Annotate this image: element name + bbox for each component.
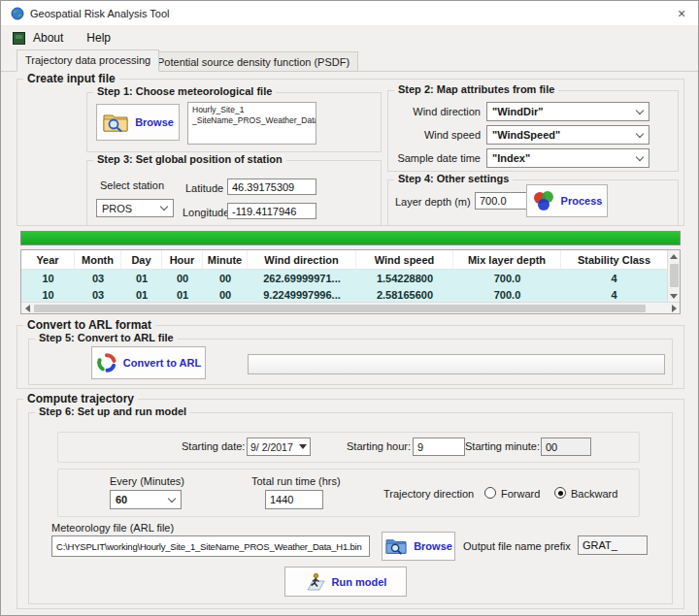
col-mix-layer-depth[interactable]: Mix layer depth [453, 250, 561, 269]
met-file-display: Hourly_Site_1 _SiteName_PROS_Weather_Dat… [187, 102, 316, 145]
wind-direction-value: "WindDir" [492, 106, 637, 117]
scroll-left-button[interactable] [21, 303, 33, 313]
latitude-label: Latitude [185, 182, 223, 194]
menu-help[interactable]: Help [79, 27, 118, 49]
arrow-down-icon [670, 294, 678, 299]
col-month[interactable]: Month [75, 250, 121, 269]
convert-to-arl-label: Convert to ARL [123, 357, 201, 369]
col-day[interactable]: Day [121, 250, 162, 269]
cell: 1.54228800 [356, 270, 453, 286]
close-icon: × [678, 6, 685, 21]
cell: 01 [121, 286, 162, 303]
starting-minute-field[interactable] [541, 438, 591, 456]
tab-trajectory-data-processing[interactable]: Trajectory data processing [17, 49, 159, 72]
wind-speed-select[interactable]: "WindSpeed" [486, 125, 649, 145]
chevron-down-icon [636, 152, 644, 160]
total-run-time-field[interactable] [265, 490, 323, 509]
title-bar: Geospatial Risk Analysis Tool × [1, 1, 698, 26]
process-button[interactable]: Process [526, 184, 608, 217]
browse-met-file-button[interactable]: Browse [96, 104, 180, 141]
cell: 00 [203, 286, 248, 303]
col-hour[interactable]: Hour [162, 250, 203, 269]
cell: 9.2249997996... [248, 286, 356, 303]
starting-date-picker[interactable]: 9/ 2/2017 [247, 438, 311, 456]
layer-depth-field[interactable] [475, 192, 529, 210]
layer-depth-label: Layer depth (m) [395, 196, 471, 208]
cell: 01 [121, 270, 162, 286]
run-model-label: Run model [332, 576, 387, 588]
forward-radio[interactable] [484, 487, 496, 499]
horizontal-scrollbar[interactable] [21, 302, 680, 313]
longitude-label: Longitude [183, 207, 229, 218]
sample-date-time-label: Sample date time [387, 152, 481, 164]
arrow-right-icon [672, 305, 677, 312]
every-minutes-select[interactable]: 60 [110, 490, 182, 509]
col-year[interactable]: Year [21, 250, 75, 269]
vertical-scrollbar[interactable] [667, 250, 680, 302]
met-file-line2: _SiteName_PROS_Weather_Data.csv [192, 115, 312, 126]
run-model-button[interactable]: Run model [284, 567, 407, 597]
step1-title: Step 1: Choose meteorological file [93, 85, 276, 97]
output-prefix-field[interactable] [578, 535, 648, 555]
cell: 700.0 [453, 270, 561, 286]
window-title: Geospatial Risk Analysis Tool [30, 8, 169, 19]
convert-to-arl-button[interactable]: Convert to ARL [91, 346, 206, 379]
horizontal-scroll-thumb[interactable] [34, 305, 646, 312]
dropdown-arrow-icon [299, 444, 307, 449]
browse-arl-file-button[interactable]: Browse [382, 532, 455, 561]
backward-radio[interactable] [554, 487, 566, 499]
total-run-time-label: Total run time (hrs) [251, 475, 341, 487]
browse-arl-file-label: Browse [414, 540, 452, 552]
starting-hour-label: Starting hour: [347, 440, 411, 452]
wind-direction-select[interactable]: "WindDir" [486, 102, 649, 121]
cell: 2.58165600 [356, 286, 453, 303]
every-minutes-value: 60 [116, 494, 169, 505]
chevron-down-icon [636, 129, 644, 137]
tab-psdf[interactable]: Potential source density function (PSDF) [149, 51, 358, 72]
table-row[interactable]: 10 03 01 01 00 9.2249997996... 2.5816560… [21, 286, 667, 303]
runner-icon [305, 572, 326, 592]
chevron-down-icon [160, 203, 168, 211]
cell: 4 [561, 270, 667, 286]
output-prefix-label: Output file name prefix [463, 540, 571, 552]
cell: 10 [21, 270, 75, 286]
latitude-field[interactable] [227, 178, 316, 195]
step3-title: Step 3: Set global position of station [93, 153, 286, 165]
weather-data-table: Year Month Day Hour Minute Wind directio… [20, 249, 681, 314]
col-minute[interactable]: Minute [203, 250, 248, 269]
starting-date-value: 9/ 2/2017 [250, 441, 293, 453]
starting-hour-field[interactable] [413, 438, 465, 456]
vertical-scroll-thumb[interactable] [670, 264, 679, 287]
tab-strip: Trajectory data processing Potential sou… [1, 49, 698, 72]
col-wind-speed[interactable]: Wind speed [356, 250, 453, 269]
backward-label: Backward [571, 488, 617, 500]
app-icon [11, 7, 24, 20]
select-station-label: Select station [100, 179, 164, 191]
chevron-down-icon [168, 494, 176, 502]
col-stability-class[interactable]: Stability Class [561, 250, 667, 269]
cell: 03 [75, 286, 121, 303]
process-label: Process [561, 195, 603, 207]
chevron-down-icon [636, 106, 644, 113]
col-wind-direction[interactable]: Wind direction [248, 250, 356, 269]
station-select[interactable]: PROS [96, 199, 174, 217]
scroll-down-button[interactable] [668, 290, 680, 302]
scroll-up-button[interactable] [668, 250, 680, 262]
menu-about[interactable]: About [25, 27, 71, 49]
create-input-file-title: Create input file [23, 72, 119, 85]
sample-date-time-value: "Index" [492, 152, 637, 164]
longitude-field[interactable] [227, 203, 316, 219]
cell: 262.69999971... [248, 270, 356, 286]
sample-date-time-select[interactable]: "Index" [486, 148, 649, 168]
cell: 00 [203, 270, 248, 286]
table-row[interactable]: 10 03 01 00 00 262.69999971... 1.5422880… [21, 270, 667, 286]
close-button[interactable]: × [665, 1, 698, 26]
about-icon [13, 32, 25, 45]
scroll-right-button[interactable] [668, 303, 680, 313]
cell: 03 [75, 270, 121, 286]
arrow-left-icon [25, 305, 30, 312]
cell: 00 [162, 270, 203, 286]
starting-date-label: Starting date: [182, 440, 245, 452]
arl-file-field[interactable] [51, 535, 370, 557]
starting-minute-label: Starting minute: [465, 440, 537, 452]
